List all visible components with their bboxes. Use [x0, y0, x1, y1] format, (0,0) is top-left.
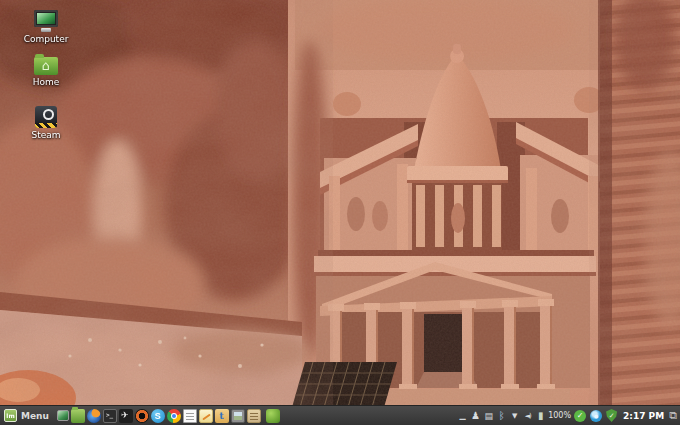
show-desktop-icon[interactable]	[57, 410, 69, 421]
bluetooth-icon[interactable]: ᛒ	[496, 409, 507, 423]
user-applet-icon[interactable]: ♟	[470, 409, 481, 423]
scroll-app-icon[interactable]	[247, 409, 261, 423]
steam-icon	[35, 106, 57, 128]
tan-t-app-icon[interactable]	[215, 409, 229, 423]
desktop[interactable]: Computer Home Steam Menu ▁♟▤ᛒ▼◄)▮100%✓●✓…	[0, 0, 680, 425]
wallpaper-petra-treasury	[0, 0, 680, 405]
desktop-icon-label: Home	[33, 77, 60, 87]
camera-lens-icon[interactable]	[135, 409, 149, 423]
home-desktop-icon[interactable]: Home	[14, 53, 78, 87]
system-tray: ▁♟▤ᛒ▼◄)▮100%✓●✓	[456, 406, 619, 425]
battery-icon[interactable]: ▮	[535, 409, 546, 423]
chrome-icon[interactable]	[167, 409, 181, 423]
firewall-shield-icon[interactable]: ✓	[606, 409, 617, 422]
skype-icon[interactable]	[151, 409, 165, 423]
firefox-icon[interactable]	[87, 409, 101, 423]
image-viewer-icon[interactable]	[231, 409, 245, 423]
battery-percent[interactable]: 100%	[548, 409, 571, 423]
computer-desktop-icon[interactable]: Computer	[14, 10, 78, 44]
desktop-icon-label: Computer	[24, 34, 69, 44]
update-manager-icon[interactable]: ✓	[574, 410, 586, 422]
clock[interactable]: 2:17 PM	[623, 411, 664, 421]
steam-desktop-icon[interactable]: Steam	[14, 106, 78, 140]
computer-icon	[34, 10, 58, 32]
home-folder-icon	[34, 57, 58, 75]
mint-menu-icon	[4, 409, 17, 422]
sync-icon[interactable]: ●	[590, 410, 602, 422]
menu-label: Menu	[21, 411, 49, 421]
menu-button[interactable]: Menu	[0, 406, 56, 425]
network-icon[interactable]: ▼	[509, 409, 520, 423]
taskbar: Menu ▁♟▤ᛒ▼◄)▮100%✓●✓ 2:17 PM ⧉	[0, 405, 680, 425]
text-editor-icon[interactable]	[183, 409, 197, 423]
notes-icon[interactable]	[199, 409, 213, 423]
terminal-icon[interactable]	[103, 409, 117, 423]
volume-icon[interactable]: ◄)	[522, 409, 533, 423]
desktop-icon-label: Steam	[31, 130, 60, 140]
green-app-icon[interactable]	[266, 409, 280, 423]
clipboard-icon[interactable]: ▤	[483, 409, 494, 423]
minimized-window-icon[interactable]: ▁	[457, 409, 468, 423]
taskbar-launchers	[56, 406, 281, 425]
bird-app-icon[interactable]	[119, 409, 133, 423]
window-stack-icon[interactable]: ⧉	[669, 409, 677, 422]
file-manager-icon[interactable]	[71, 409, 85, 423]
